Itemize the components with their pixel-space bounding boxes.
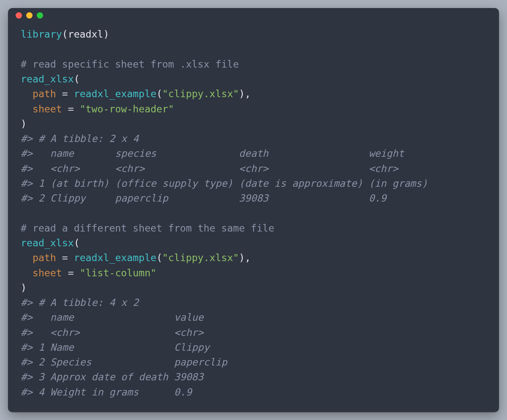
output-line: #> name value: [21, 311, 227, 323]
code-block[interactable]: library(readxl) # read specific sheet fr…: [8, 22, 499, 412]
output-line: #> # A tibble: 4 x 2: [21, 297, 139, 308]
fn-library: library: [21, 28, 62, 40]
fn-read-xlsx: read_xlsx: [21, 73, 74, 85]
paren-close: ): [239, 88, 245, 99]
arg-sheet: sheet: [33, 103, 62, 115]
arg-path: path: [33, 88, 56, 99]
str-literal: "clippy.xlsx": [162, 252, 239, 263]
pkg-readxl: readxl: [68, 28, 104, 40]
output-line: #> 1 Name Clippy: [21, 341, 227, 353]
output-line: #> 2 Clippy paperclip 39083 0.9: [21, 192, 428, 204]
paren-open: (: [74, 237, 80, 248]
output-line: #> # A tibble: 2 x 4: [21, 133, 139, 144]
op-eq: =: [68, 103, 74, 115]
window-close-icon[interactable]: [16, 12, 22, 19]
comma: ,: [245, 88, 251, 99]
op-eq: =: [62, 88, 68, 99]
output-line: #> <chr> <chr>: [21, 327, 227, 338]
paren-open: (: [156, 88, 162, 99]
paren-close: ): [239, 252, 245, 263]
output-line: #> 1 (at birth) (office supply type) (da…: [21, 177, 428, 189]
str-literal: "clippy.xlsx": [162, 88, 239, 99]
paren-open: (: [74, 73, 80, 85]
paren-open: (: [156, 252, 162, 263]
fn-read-xlsx: read_xlsx: [21, 237, 74, 248]
arg-sheet: sheet: [33, 267, 62, 278]
terminal-window: library(readxl) # read specific sheet fr…: [8, 8, 499, 412]
arg-path: path: [33, 252, 56, 263]
window-titlebar: [8, 8, 499, 22]
window-minimize-icon[interactable]: [26, 12, 33, 19]
fn-readxl-example: readxl_example: [74, 252, 156, 263]
comment-line: # read specific sheet from .xlsx file: [21, 58, 239, 70]
op-eq: =: [68, 267, 74, 278]
output-line: #> 2 Species paperclip: [21, 356, 227, 368]
op-eq: =: [62, 252, 68, 263]
comment-line: # read a different sheet from the same f…: [21, 222, 274, 234]
paren-close: ): [21, 282, 27, 293]
output-line: #> name species death weight: [21, 147, 428, 159]
str-literal: "list-column": [80, 267, 156, 278]
output-line: #> 3 Approx date of death 39083: [21, 371, 227, 382]
paren-close: ): [21, 118, 27, 129]
window-zoom-icon[interactable]: [37, 12, 43, 19]
paren-open: (: [62, 28, 68, 40]
str-literal: "two-row-header": [80, 103, 174, 115]
comma: ,: [245, 252, 251, 263]
fn-readxl-example: readxl_example: [74, 88, 156, 99]
output-line: #> 4 Weight in grams 0.9: [21, 386, 227, 398]
paren-close: ): [103, 28, 109, 40]
output-line: #> <chr> <chr> <chr> <chr>: [21, 163, 428, 174]
